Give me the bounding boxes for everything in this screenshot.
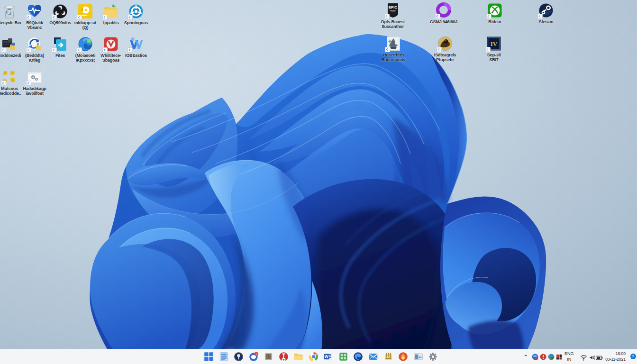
svg-text:EPIC: EPIC (389, 5, 398, 9)
svg-text:W: W (325, 354, 329, 359)
svg-text:1: 1 (255, 353, 257, 355)
svg-text:21: 21 (419, 355, 421, 358)
svg-text:IV: IV (491, 40, 498, 47)
